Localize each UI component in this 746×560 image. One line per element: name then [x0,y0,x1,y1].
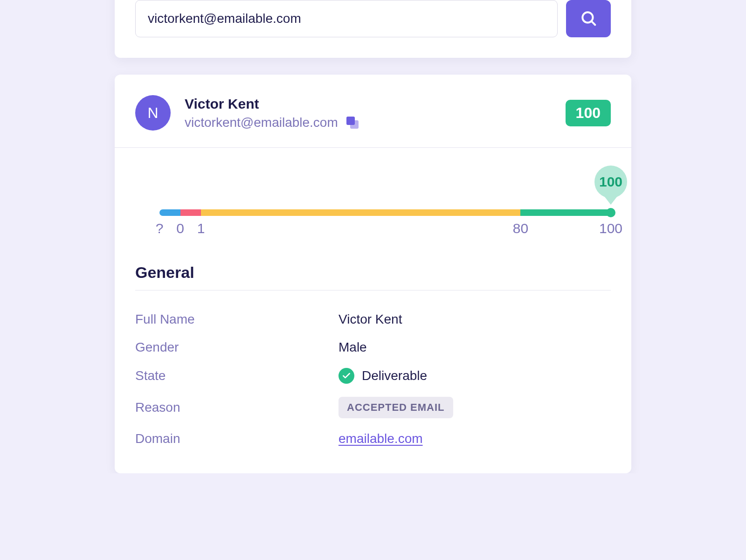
label-reason: Reason [135,400,338,415]
value-domain: emailable.com [338,431,423,446]
state-text: Deliverable [362,368,427,383]
segment-unknown [159,209,180,216]
search-icon [580,9,597,28]
label-full-name: Full Name [135,312,338,327]
section-divider [135,290,611,290]
segment-risky [201,209,520,216]
tick-80: 80 [513,221,528,236]
result-header: N Victor Kent victorkent@emailable.com 1… [115,75,631,148]
value-reason: ACCEPTED EMAIL [338,397,453,418]
value-full-name: Victor Kent [338,312,402,327]
search-row [135,0,611,37]
copy-icon[interactable] [346,117,359,129]
search-button[interactable] [566,0,611,37]
svg-line-1 [592,21,595,25]
domain-link[interactable]: emailable.com [338,431,423,446]
identity: Victor Kent victorkent@emailable.com [185,96,359,130]
score-marker-value: 100 [599,174,622,190]
tick-unknown: ? [156,221,164,236]
value-gender: Male [338,340,367,355]
segment-valid [520,209,611,216]
value-state: Deliverable [338,368,427,384]
row-full-name: Full Name Victor Kent [135,305,611,333]
section-title-general: General [135,263,611,282]
tick-1: 1 [197,221,205,236]
label-state: State [135,368,338,383]
check-icon [338,368,354,384]
score-section: 100 ? 0 1 80 100 General [115,148,631,305]
row-gender: Gender Male [135,333,611,361]
score-track: 100 ? 0 1 80 100 [135,168,611,243]
tick-100: 100 [599,221,622,236]
score-badge: 100 [566,100,611,126]
row-state: State Deliverable [135,361,611,390]
label-gender: Gender [135,340,338,355]
result-name: Victor Kent [185,96,359,112]
email-search-input[interactable] [135,0,558,37]
tick-0: 0 [176,221,184,236]
score-marker-bubble: 100 [594,166,627,198]
general-list: Full Name Victor Kent Gender Male State … [115,305,631,473]
score-ticks: ? 0 1 80 100 [159,221,611,243]
avatar-initial: N [147,104,158,122]
row-reason: Reason ACCEPTED EMAIL [135,390,611,425]
segment-invalid [180,209,201,216]
row-domain: Domain emailable.com [135,425,611,453]
avatar: N [135,95,171,131]
search-card [115,0,631,58]
label-domain: Domain [135,431,338,446]
score-marker-dot [606,208,615,217]
result-card: N Victor Kent victorkent@emailable.com 1… [115,75,631,473]
reason-chip: ACCEPTED EMAIL [338,397,453,418]
result-email: victorkent@emailable.com [185,115,338,130]
